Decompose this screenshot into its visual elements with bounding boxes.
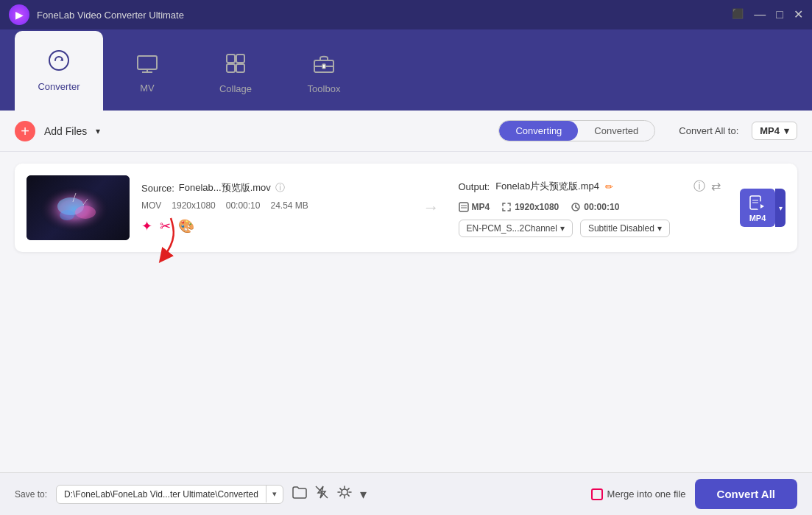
svg-rect-1 xyxy=(138,56,157,69)
output-controls-row: EN-PCM_S...2Channel ▾ Subtitle Disabled … xyxy=(459,220,721,237)
tab-converter[interactable]: Converter xyxy=(15,31,103,111)
source-filename: Fonelab...预览版.mov xyxy=(179,181,271,195)
output-format-label: MP4 xyxy=(760,125,780,136)
close-button[interactable]: ✕ xyxy=(794,9,803,21)
subtitle-label: Subtitle Disabled xyxy=(588,223,654,234)
output-filename: Fonelab片头预览版.mp4 xyxy=(495,180,599,193)
convert-direction-arrow: → xyxy=(423,198,439,217)
svg-rect-5 xyxy=(236,55,244,63)
settings-dropdown-button[interactable]: ▾ xyxy=(360,485,367,503)
source-row: Source: Fonelab...预览版.mov ⓘ xyxy=(141,181,404,195)
convert-all-to-label: Convert All to: xyxy=(679,125,738,136)
output-section: Output: Fonelab片头预览版.mp4 ✏ ⓘ ⇄ MP4 xyxy=(459,179,721,237)
subtitle-chevron: ▾ xyxy=(657,223,662,234)
add-files-label[interactable]: Add Files xyxy=(44,125,87,137)
output-label: Output: xyxy=(459,181,490,192)
app-title: FoneLab Video Converter Ultimate xyxy=(37,10,732,21)
merge-checkbox[interactable] xyxy=(591,488,603,500)
collage-icon xyxy=(225,53,246,79)
info-output-icon[interactable]: ⓘ xyxy=(693,179,705,195)
caption-icon[interactable]: ⬛ xyxy=(732,9,744,21)
converted-tab[interactable]: Converted xyxy=(578,121,654,141)
source-label: Source: xyxy=(141,183,174,194)
svg-line-22 xyxy=(576,207,578,209)
add-files-dropdown-arrow[interactable]: ▾ xyxy=(96,126,100,136)
bottombar: Save to: D:\FoneLab\FoneLab Vid...ter Ul… xyxy=(0,472,812,515)
file-resolution: 1920x1080 xyxy=(172,200,215,211)
save-path-text: D:\FoneLab\FoneLab Vid...ter Ultimate\Co… xyxy=(57,486,266,503)
tab-mv-label: MV xyxy=(140,83,155,94)
svg-rect-6 xyxy=(227,64,235,72)
tab-collage[interactable]: Collage xyxy=(191,37,280,111)
merge-option-group: Merge into one file xyxy=(591,488,686,500)
file-format: MOV xyxy=(141,200,161,211)
file-card: Source: Fonelab...预览版.mov ⓘ MOV 1920x108… xyxy=(15,164,797,252)
bottom-icon-group: ▾ xyxy=(292,485,367,503)
tab-toolbox[interactable]: Toolbox xyxy=(280,37,368,111)
file-meta-row: MOV 1920x1080 00:00:10 24.54 MB xyxy=(141,200,404,211)
output-duration-text: 00:00:10 xyxy=(584,202,619,212)
settings-extra-button[interactable] xyxy=(336,485,353,503)
output-resolution-badge: 1920x1080 xyxy=(501,202,559,212)
main-content: Source: Fonelab...预览版.mov ⓘ MOV 1920x108… xyxy=(0,152,812,472)
toolbar: + Add Files ▾ Converting Converted Conve… xyxy=(0,111,812,152)
format-icon-box[interactable]: MP4 xyxy=(740,189,775,227)
output-duration-badge: 00:00:10 xyxy=(571,202,619,212)
save-path-dropdown[interactable]: ▾ xyxy=(266,486,283,502)
file-duration: 00:00:10 xyxy=(226,200,261,211)
edit-filename-icon[interactable]: ✏ xyxy=(605,181,613,192)
tabbar: Converter MV Collage xyxy=(0,29,812,111)
convert-all-button[interactable]: Convert All xyxy=(695,479,797,509)
subtitle-select[interactable]: Subtitle Disabled ▾ xyxy=(580,220,670,237)
maximize-button[interactable]: □ xyxy=(776,9,783,21)
svg-point-13 xyxy=(75,206,96,219)
titlebar: ▶ FoneLab Video Converter Ultimate ⬛ — □… xyxy=(0,0,812,29)
mode-switcher: Converting Converted xyxy=(498,120,655,141)
sparkle-tool-button[interactable]: ✦ xyxy=(141,218,152,234)
save-path-control: D:\FoneLab\FoneLab Vid...ter Ultimate\Co… xyxy=(56,485,283,504)
toolbox-icon xyxy=(313,53,335,79)
tab-collage-label: Collage xyxy=(219,83,252,94)
format-box-dropdown[interactable]: ▾ xyxy=(775,189,785,227)
svg-rect-7 xyxy=(236,64,244,72)
file-info-left: Source: Fonelab...预览版.mov ⓘ MOV 1920x108… xyxy=(141,181,404,234)
save-to-label: Save to: xyxy=(15,489,47,500)
converting-tab[interactable]: Converting xyxy=(499,121,578,141)
audio-track-chevron: ▾ xyxy=(560,223,565,234)
svg-rect-4 xyxy=(227,55,235,63)
swap-output-icon[interactable]: ⇄ xyxy=(711,179,721,195)
svg-point-30 xyxy=(342,489,347,495)
scissors-tool-button[interactable]: ✂ xyxy=(160,218,171,234)
output-format-chevron: ▾ xyxy=(784,125,789,136)
tab-converter-label: Converter xyxy=(38,81,80,92)
app-icon: ▶ xyxy=(9,4,29,25)
flash-off-button[interactable] xyxy=(314,485,329,503)
svg-rect-10 xyxy=(322,64,325,69)
folder-browse-button[interactable] xyxy=(292,485,307,503)
audio-track-select[interactable]: EN-PCM_S...2Channel ▾ xyxy=(459,220,573,237)
output-action-icons: ⓘ ⇄ xyxy=(693,179,721,195)
file-size: 24.54 MB xyxy=(270,200,308,211)
info-icon[interactable]: ⓘ xyxy=(275,181,285,195)
tab-mv[interactable]: MV xyxy=(103,37,191,111)
video-thumbnail xyxy=(27,175,130,240)
output-header-row: Output: Fonelab片头预览版.mp4 ✏ ⓘ ⇄ xyxy=(459,179,721,195)
window-controls: ⬛ — □ ✕ xyxy=(732,9,803,21)
mv-icon xyxy=(136,54,158,78)
output-format-badge: MP4 xyxy=(459,202,490,212)
file-tools-row: ✦ ✂ 🎨 xyxy=(141,218,194,234)
format-box-label: MP4 xyxy=(749,214,766,223)
output-format-select[interactable]: MP4 ▾ xyxy=(752,122,797,140)
merge-label: Merge into one file xyxy=(607,488,686,500)
output-meta-row: MP4 1920x1080 00:00:10 xyxy=(459,202,721,212)
converter-icon xyxy=(48,49,70,77)
minimize-button[interactable]: — xyxy=(754,9,766,21)
add-files-plus-button[interactable]: + xyxy=(15,121,35,141)
output-format-text: MP4 xyxy=(472,202,490,212)
output-resolution-text: 1920x1080 xyxy=(515,202,559,212)
svg-rect-17 xyxy=(459,203,468,211)
palette-tool-button[interactable]: 🎨 xyxy=(178,218,194,234)
audio-track-label: EN-PCM_S...2Channel xyxy=(467,223,557,234)
svg-point-14 xyxy=(60,210,74,220)
format-icon-group: MP4 ▾ xyxy=(740,189,785,227)
